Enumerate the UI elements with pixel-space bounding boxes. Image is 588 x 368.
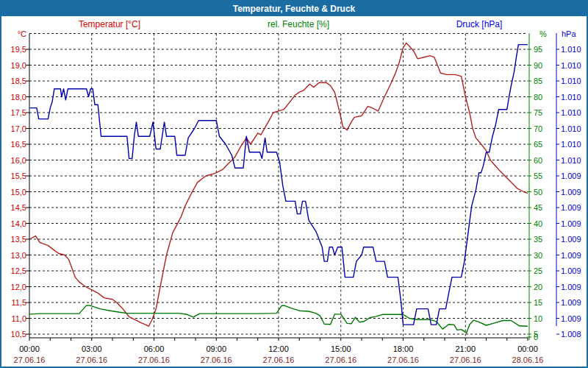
- time-label: 00:00: [517, 344, 538, 353]
- temp-tick-label: 10,5: [11, 330, 26, 339]
- humidity-tick-label: 35: [534, 235, 542, 244]
- pressure-tick-label: 1.010: [561, 156, 581, 165]
- temp-tick-label: 17,5: [11, 108, 26, 117]
- humidity-tick-label: 65: [534, 140, 542, 149]
- pressure-tick-label: 1.010: [561, 124, 581, 133]
- time-label: 06:00: [144, 344, 165, 353]
- humidity-tick-label: 60: [534, 156, 542, 165]
- pressure-tick-label: 1.009: [561, 171, 581, 180]
- temp-tick-label: 11,5: [11, 298, 26, 307]
- temp-tick-label: 14,0: [11, 219, 26, 228]
- pressure-tick-label: 1.009: [561, 283, 581, 291]
- temp-tick-label: 18,0: [11, 93, 26, 102]
- pressure-tick-label: 1.010: [561, 45, 581, 54]
- humidity-tick-label: 50: [534, 188, 542, 197]
- time-label: 18:00: [393, 344, 414, 353]
- series-title-pressure: Druck [hPa]: [456, 19, 503, 29]
- temp-tick-label: 18,5: [11, 77, 26, 85]
- pressure-tick-label: 1.009: [561, 251, 581, 260]
- temp-tick-label: 12,0: [11, 283, 26, 291]
- time-label: 03:00: [82, 344, 102, 353]
- time-label: 09:00: [206, 344, 226, 353]
- humidity-tick-label: 15: [534, 298, 542, 307]
- humidity-axis-unit-label: %: [539, 29, 547, 38]
- pressure-tick-label: 1.010: [561, 108, 581, 117]
- humidity-tick-label: 90: [534, 61, 542, 70]
- pressure-tick-label: 1.009: [561, 266, 581, 275]
- weather-chart-window: Temperatur, Feuchte & Druck Temperatur […: [0, 0, 588, 368]
- page-background: [0, 0, 588, 368]
- humidity-zero-label: 0: [534, 333, 538, 342]
- humidity-tick-label: 10: [534, 314, 542, 323]
- humidity-tick-label: 70: [534, 124, 542, 133]
- temp-tick-label: 13,5: [11, 235, 26, 244]
- humidity-tick-label: 40: [534, 219, 542, 228]
- left-axis-unit-label: °C: [18, 29, 26, 38]
- window-title: Temperatur, Feuchte & Druck: [233, 4, 356, 14]
- date-label: 27.06.16: [201, 355, 232, 364]
- humidity-tick-label: 55: [534, 171, 542, 180]
- humidity-tick-label: 20: [534, 283, 542, 291]
- temp-tick-label: 16,0: [11, 156, 26, 165]
- date-label: 27.06.16: [76, 355, 107, 364]
- date-label: 27.06.16: [387, 355, 419, 364]
- date-label: 27.06.16: [263, 355, 295, 364]
- humidity-tick-label: 75: [534, 108, 542, 117]
- series-title-humidity: rel. Feuchte [%]: [268, 19, 329, 29]
- time-label: 15:00: [331, 344, 351, 353]
- date-label: 27.06.16: [138, 355, 170, 364]
- temp-tick-label: 19,5: [11, 45, 26, 54]
- humidity-tick-label: 80: [534, 93, 542, 102]
- pressure-tick-label: 1.010: [561, 93, 581, 102]
- temp-tick-label: 16,5: [11, 140, 26, 149]
- pressure-tick-label: 1.008: [561, 330, 581, 339]
- pressure-tick-label: 1.009: [561, 298, 581, 307]
- time-label: 21:00: [455, 344, 476, 353]
- temp-tick-label: 13,0: [11, 251, 26, 260]
- series-title-temperature: Temperatur [°C]: [79, 19, 140, 29]
- temp-tick-label: 11,0: [11, 314, 26, 323]
- humidity-tick-label: 85: [534, 77, 542, 85]
- date-label: 27.06.16: [450, 355, 481, 364]
- humidity-tick-label: 45: [534, 203, 542, 212]
- pressure-tick-label: 1.009: [561, 314, 581, 323]
- pressure-tick-label: 1.010: [561, 61, 581, 70]
- temp-tick-label: 17,0: [11, 124, 26, 133]
- temp-tick-label: 12,5: [11, 266, 26, 275]
- date-label: 27.06.16: [14, 355, 46, 364]
- date-label: 27.06.16: [325, 355, 356, 364]
- temp-tick-label: 19,0: [11, 61, 26, 70]
- time-label: 12:00: [268, 344, 289, 353]
- weather-chart: Temperatur, Feuchte & Druck Temperatur […: [0, 0, 588, 368]
- pressure-tick-label: 1.009: [561, 235, 581, 244]
- time-label: 00:00: [19, 344, 40, 353]
- pressure-axis-unit-label: hPa: [562, 29, 576, 38]
- pressure-tick-label: 1.010: [561, 140, 581, 149]
- humidity-tick-label: 30: [534, 251, 542, 260]
- temp-tick-label: 14,5: [11, 203, 26, 212]
- humidity-tick-label: 25: [534, 266, 542, 275]
- pressure-tick-label: 1.009: [561, 219, 581, 228]
- temp-tick-label: 15,0: [11, 188, 26, 197]
- pressure-tick-label: 1.010: [561, 77, 581, 85]
- date-label: 28.06.16: [512, 355, 544, 364]
- humidity-tick-label: 95: [534, 45, 542, 54]
- pressure-tick-label: 1.009: [561, 203, 581, 212]
- pressure-tick-label: 1.009: [561, 188, 581, 197]
- temp-tick-label: 15,5: [11, 171, 26, 180]
